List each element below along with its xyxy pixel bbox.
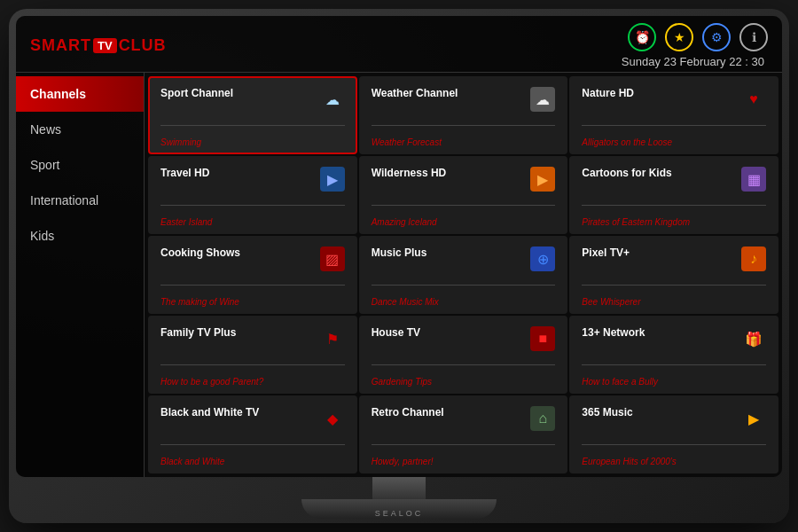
channel-divider (160, 205, 345, 206)
logo-club: CLUB (119, 36, 167, 55)
channel-program: Alligators on the Loose (582, 137, 766, 147)
tv-stand: SEALOC (301, 499, 497, 519)
channel-program: Pirates of Eastern Kingdom (582, 217, 766, 227)
channel-card[interactable]: House TV■Gardening Tips (359, 316, 568, 394)
header-icons: ⏰ ★ ⚙ ℹ (628, 23, 768, 51)
channel-card[interactable]: Cartoons for Kids▦Pirates of Eastern Kin… (569, 156, 778, 234)
channel-program: Bee Whisperer (582, 297, 766, 307)
channel-program: Black and White (160, 457, 345, 466)
tv-screen: SMART TV CLUB ⏰ ★ ⚙ ℹ Sunday 23 February… (16, 16, 782, 477)
logo-tv-badge: TV (93, 38, 117, 53)
sidebar-item-sport[interactable]: Sport (16, 147, 144, 183)
channel-icon: ■ (530, 326, 555, 351)
sidebar-item-news[interactable]: News (16, 112, 144, 147)
tv-outer: SMART TV CLUB ⏰ ★ ⚙ ℹ Sunday 23 February… (9, 9, 789, 523)
channel-card[interactable]: Nature HD♥Alligators on the Loose (569, 76, 778, 154)
channel-name: Travel HD (160, 167, 315, 181)
logo: SMART TV CLUB (30, 36, 167, 55)
channel-icon: ▶ (530, 167, 555, 192)
channel-icon: ⊕ (530, 246, 555, 271)
clock-icon[interactable]: ⏰ (628, 23, 656, 51)
channel-icon: ⚑ (320, 326, 345, 351)
tv-brand: SEALOC (375, 509, 424, 518)
channel-program: European Hits of 2000's (582, 457, 766, 466)
channel-divider (372, 364, 556, 365)
channel-icon: ▶ (741, 406, 766, 431)
channel-divider (582, 125, 766, 126)
header: SMART TV CLUB ⏰ ★ ⚙ ℹ Sunday 23 February… (16, 16, 782, 73)
channel-card[interactable]: Travel HD▶Easter Island (148, 156, 357, 234)
channel-program: Easter Island (160, 217, 345, 227)
channel-card[interactable]: Weather Channel☁Weather Forecast (359, 76, 568, 154)
sidebar-item-channels[interactable]: Channels (16, 76, 144, 112)
channel-program: Dance Music Mix (372, 297, 556, 307)
channel-card[interactable]: Black and White TV◆Black and White (148, 395, 357, 473)
main-area: Channels News Sport International Kids S… (16, 73, 782, 477)
channel-card[interactable]: Retro Channel⌂Howdy, partner! (359, 395, 568, 473)
channel-name: 13+ Network (582, 326, 736, 340)
channel-divider (160, 444, 345, 445)
channel-divider (582, 444, 766, 445)
channel-name: Nature HD (582, 87, 736, 101)
channel-icon: 🎁 (741, 326, 766, 351)
channels-grid: Sport Channel☁SwimmingWeather Channel☁We… (145, 73, 782, 477)
channel-divider (372, 444, 556, 445)
channel-program: How to be a good Parent? (160, 377, 345, 387)
channel-name: 365 Music (582, 406, 736, 420)
header-right: ⏰ ★ ⚙ ℹ Sunday 23 February 22 : 30 (622, 23, 768, 68)
channel-program: The making of Wine (160, 297, 345, 307)
channel-name: Sport Channel (160, 87, 315, 101)
channel-divider (372, 125, 556, 126)
channel-program: Amazing Iceland (372, 217, 556, 227)
channel-name: Family TV Plus (160, 326, 315, 340)
star-icon[interactable]: ★ (665, 23, 693, 51)
channel-icon: ⌂ (530, 406, 555, 431)
sidebar-item-kids[interactable]: Kids (16, 218, 144, 254)
channel-program: How to face a Bully (582, 377, 766, 387)
channel-card[interactable]: 365 Music▶European Hits of 2000's (569, 395, 778, 473)
info-icon[interactable]: ℹ (739, 23, 768, 51)
channel-card[interactable]: Cooking Shows▨The making of Wine (148, 236, 357, 314)
channel-name: House TV (372, 326, 526, 340)
channel-divider (582, 285, 766, 286)
channel-card[interactable]: Pixel TV+♪Bee Whisperer (569, 236, 778, 314)
channel-name: Wilderness HD (372, 167, 526, 181)
channel-card[interactable]: Sport Channel☁Swimming (148, 76, 357, 154)
logo-smart: SMART (30, 36, 91, 55)
channel-name: Weather Channel (372, 87, 526, 101)
channel-icon: ▦ (741, 167, 766, 192)
channel-program: Gardening Tips (372, 377, 556, 387)
datetime: Sunday 23 February 22 : 30 (622, 55, 768, 68)
channel-icon: ♥ (741, 87, 766, 112)
channel-icon: ♪ (741, 246, 766, 271)
channel-program: Howdy, partner! (372, 457, 556, 466)
channel-card[interactable]: Family TV Plus⚑How to be a good Parent? (148, 316, 357, 394)
tv-base: SEALOC (16, 477, 782, 528)
channel-divider (582, 205, 766, 206)
channel-card[interactable]: Music Plus⊕Dance Music Mix (359, 236, 568, 314)
channel-name: Cooking Shows (160, 246, 315, 261)
channel-card[interactable]: 13+ Network🎁How to face a Bully (569, 316, 778, 394)
channel-program: Weather Forecast (372, 137, 556, 147)
channel-divider (160, 125, 345, 126)
channel-icon: ☁ (320, 87, 345, 112)
sidebar-item-international[interactable]: International (16, 183, 144, 218)
channel-name: Black and White TV (160, 406, 315, 420)
tv-neck (372, 477, 426, 499)
channel-divider (160, 364, 345, 365)
channel-name: Pixel TV+ (582, 246, 736, 261)
channel-divider (160, 285, 345, 286)
channel-icon: ▶ (320, 167, 345, 192)
channel-icon: ◆ (320, 406, 345, 431)
channel-name: Retro Channel (372, 406, 526, 420)
channel-program: Swimming (160, 137, 345, 147)
channel-icon: ▨ (320, 246, 345, 271)
channel-card[interactable]: Wilderness HD▶Amazing Iceland (359, 156, 568, 234)
channel-name: Music Plus (372, 246, 526, 261)
channel-divider (372, 285, 556, 286)
channel-icon: ☁ (530, 87, 555, 112)
channel-divider (582, 364, 766, 365)
screen-content: SMART TV CLUB ⏰ ★ ⚙ ℹ Sunday 23 February… (16, 16, 782, 477)
channel-divider (372, 205, 556, 206)
settings-icon[interactable]: ⚙ (702, 23, 731, 51)
